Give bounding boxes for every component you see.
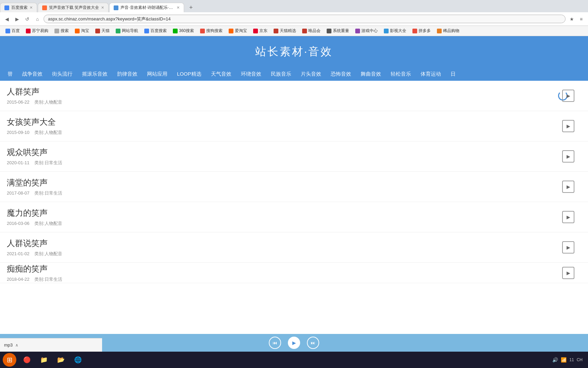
sound-list: 人群笑声 2015-06-22 类别:人物配音 ▶ 女孩笑声大全 2015-09… bbox=[0, 81, 588, 317]
sound-item-4-info: 魔力的笑声 2016-03-06 类别:人物配音 bbox=[7, 208, 581, 227]
bookmark-baidu[interactable]: 百度 bbox=[3, 27, 22, 34]
tab-2[interactable]: 笑声音效下载 笑声音效大全 ✕ bbox=[38, 3, 109, 12]
bookmark-360-label: 360搜索 bbox=[179, 28, 194, 34]
sound-item-2: 观众哄笑声 2020-01-11 类别:日常生活 ▶ bbox=[0, 141, 588, 172]
nav-item-13[interactable]: 轻松音乐 bbox=[386, 67, 416, 81]
nav-item-6[interactable]: LOOP精选 bbox=[172, 67, 206, 81]
play-button-6[interactable]: ▶ bbox=[562, 267, 574, 279]
tianmao-favicon bbox=[95, 29, 100, 33]
aitaobao-favicon bbox=[229, 29, 233, 33]
bookmarks-bar: 百度 苏宁易购 搜索 淘宝 天猫 网站导航 百度搜索 360搜索 bbox=[0, 26, 588, 36]
star-button[interactable]: ★ bbox=[568, 15, 576, 23]
bookmark-suning[interactable]: 苏宁易购 bbox=[23, 27, 51, 34]
nav-item-1[interactable]: 战争音效 bbox=[17, 67, 47, 81]
menu-button[interactable]: ≡ bbox=[577, 15, 585, 23]
nav-item-14[interactable]: 体育运动 bbox=[416, 67, 446, 81]
nav-item-12[interactable]: 舞曲音效 bbox=[356, 67, 386, 81]
play-button-5[interactable]: ▶ bbox=[562, 241, 574, 254]
sound-item-5: 人群说笑声 2021-01-02 类别:人物配音 ▶ bbox=[0, 232, 588, 263]
nav-item-3[interactable]: 摇滚乐音效 bbox=[77, 67, 112, 81]
sound-item-5-date: 2021-01-02 bbox=[7, 251, 30, 256]
bookmark-pdd[interactable]: 拼多多 bbox=[410, 27, 434, 34]
new-tab-button[interactable]: + bbox=[186, 3, 196, 12]
bookmark-tmall[interactable]: 天猫精选 bbox=[271, 27, 299, 34]
bookmark-jd[interactable]: 京东 bbox=[250, 27, 270, 34]
sound-item-3: 满堂的笑声 2017-08-07 类别:日常生活 ▶ bbox=[0, 172, 588, 202]
nav-bar: 替 战争音效 街头流行 摇滚乐音效 韵律音效 网站应用 LOOP精选 天气音效 … bbox=[0, 67, 588, 81]
bookmark-video[interactable]: 影视大全 bbox=[381, 27, 409, 34]
sound-item-3-category: 日常生活 bbox=[45, 190, 62, 196]
vip-favicon bbox=[302, 29, 307, 33]
sound-item-6-date: 2018-04-22 bbox=[7, 277, 30, 282]
taobao-favicon bbox=[75, 29, 80, 33]
nav-item-8[interactable]: 环绕音效 bbox=[236, 67, 266, 81]
bookmark-vip[interactable]: 唯品会 bbox=[299, 27, 323, 34]
nav-favicon bbox=[116, 29, 120, 33]
address-input[interactable] bbox=[44, 15, 566, 23]
bookmark-tianmao-label: 天猫 bbox=[101, 28, 110, 34]
tab-1-favicon bbox=[4, 5, 9, 10]
nav-item-15[interactable]: 日 bbox=[446, 67, 460, 81]
tab-3-favicon bbox=[114, 5, 118, 10]
address-bar: ◀ ▶ ↺ ⌂ ★ ≡ bbox=[0, 12, 588, 26]
bookmark-360[interactable]: 360搜索 bbox=[170, 27, 197, 34]
sound-item-1-title[interactable]: 女孩笑声大全 bbox=[7, 117, 581, 127]
nav-item-0[interactable]: 替 bbox=[3, 67, 17, 81]
tab-2-close[interactable]: ✕ bbox=[101, 5, 104, 10]
nav-item-4[interactable]: 韵律音效 bbox=[112, 67, 142, 81]
nav-item-10[interactable]: 片头音效 bbox=[296, 67, 326, 81]
tab-3-label: 声音·音效素材·诗朗诵配乐·千声 bbox=[120, 5, 175, 11]
sound-item-3-date: 2017-08-07 bbox=[7, 190, 30, 196]
jd-favicon bbox=[253, 29, 258, 33]
home-button[interactable]: ⌂ bbox=[33, 15, 42, 23]
play-button-0[interactable]: ▶ bbox=[562, 90, 574, 102]
tab-3[interactable]: 声音·音效素材·诗朗诵配乐·千声 ✕ bbox=[109, 3, 184, 12]
sound-item-3-category-prefix: 类别: bbox=[34, 190, 45, 196]
bookmark-baidu-search[interactable]: 百度搜索 bbox=[142, 27, 169, 34]
tab-1[interactable]: 百度搜索 ✕ bbox=[0, 3, 37, 12]
play-button-2[interactable]: ▶ bbox=[562, 150, 574, 163]
sound-item-0-title[interactable]: 人群笑声 bbox=[7, 86, 581, 97]
bookmark-system[interactable]: 系统重量 bbox=[324, 27, 352, 34]
sound-item-3-title[interactable]: 满堂的笑声 bbox=[7, 177, 581, 188]
play-button-4[interactable]: ▶ bbox=[562, 211, 574, 223]
bookmark-nav-label: 网站导航 bbox=[122, 28, 138, 34]
nav-item-2[interactable]: 街头流行 bbox=[47, 67, 77, 81]
play-button-3[interactable]: ▶ bbox=[562, 181, 574, 193]
bookmark-pdd-label: 拼多多 bbox=[419, 28, 431, 34]
bookmark-taobao[interactable]: 淘宝 bbox=[72, 27, 92, 34]
sound-item-2-info: 观众哄笑声 2020-01-11 类别:日常生活 bbox=[7, 147, 581, 166]
nav-item-5[interactable]: 网站应用 bbox=[142, 67, 172, 81]
browser-frame: 百度搜索 ✕ 笑声音效下载 笑声音效大全 ✕ 声音·音效素材·诗朗诵配乐·千声 … bbox=[0, 0, 588, 36]
refresh-button[interactable]: ↺ bbox=[23, 15, 31, 23]
sound-item-1-info: 女孩笑声大全 2015-09-10 类别:人物配音 bbox=[7, 117, 581, 136]
sound-item-5-title[interactable]: 人群说笑声 bbox=[7, 238, 581, 249]
nav-item-9[interactable]: 民族音乐 bbox=[266, 67, 296, 81]
sound-item-4-meta: 2016-03-06 类别:人物配音 bbox=[7, 220, 581, 227]
sound-item-5-category: 人物配音 bbox=[45, 251, 62, 256]
tab-3-close[interactable]: ✕ bbox=[177, 5, 180, 10]
sound-item-6-category: 日常生活 bbox=[45, 277, 62, 282]
back-button[interactable]: ◀ bbox=[3, 15, 11, 23]
bookmark-nav[interactable]: 网站导航 bbox=[113, 27, 141, 34]
bookmark-search-label: 搜索 bbox=[61, 28, 69, 34]
sound-item-2-title[interactable]: 观众哄笑声 bbox=[7, 147, 581, 158]
forward-button[interactable]: ▶ bbox=[13, 15, 21, 23]
sound-item-4: 魔力的笑声 2016-03-06 类别:人物配音 ▶ bbox=[0, 202, 588, 232]
bookmark-xipingouwa-label: 稀品购物 bbox=[443, 28, 459, 34]
bookmark-games[interactable]: 游戏中心 bbox=[353, 27, 380, 34]
play-button-1[interactable]: ▶ bbox=[562, 120, 574, 132]
nav-item-11[interactable]: 恐怖音效 bbox=[326, 67, 356, 81]
tab-1-close[interactable]: ✕ bbox=[30, 5, 33, 10]
tab-bar: 百度搜索 ✕ 笑声音效下载 笑声音效大全 ✕ 声音·音效素材·诗朗诵配乐·千声 … bbox=[0, 0, 588, 12]
tab-1-label: 百度搜索 bbox=[11, 5, 28, 11]
bookmark-aitaobao[interactable]: 爱淘宝 bbox=[226, 27, 250, 34]
bookmark-xipingouwa[interactable]: 稀品购物 bbox=[434, 27, 462, 34]
sound-item-4-title[interactable]: 魔力的笑声 bbox=[7, 208, 581, 218]
sound-item-0-info: 人群笑声 2015-06-22 类别:人物配音 bbox=[7, 86, 581, 105]
nav-item-7[interactable]: 天气音效 bbox=[206, 67, 236, 81]
bookmark-sogou[interactable]: 搜狗搜索 bbox=[197, 27, 225, 34]
bookmark-tianmao[interactable]: 天猫 bbox=[93, 27, 112, 34]
bookmark-search[interactable]: 搜索 bbox=[52, 27, 71, 34]
sound-item-6-title[interactable]: 痴痴的笑声 bbox=[7, 263, 581, 274]
